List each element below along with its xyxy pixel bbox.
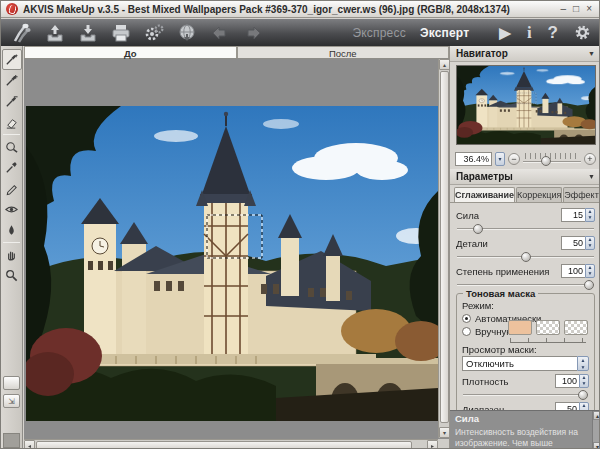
strength-spinbox[interactable]: 15 ▲▼ (561, 208, 595, 222)
spinner-arrows-icon[interactable]: ▲▼ (585, 208, 595, 222)
zoom-value-field[interactable]: 36.4% (455, 152, 492, 166)
hint-scrollbar[interactable]: ▴ ▾ (592, 411, 600, 449)
zoom-slider[interactable] (523, 152, 581, 165)
tab-correction[interactable]: Коррекция (516, 187, 562, 202)
eraser-tool-icon[interactable] (2, 112, 22, 133)
scroll-right-arrow[interactable]: ▸ (427, 440, 438, 449)
hint-scroll-down-icon[interactable]: ▾ (593, 442, 600, 449)
parameters-title: Параметры (456, 171, 513, 182)
scrollbar-corner (438, 439, 449, 449)
tab-effects[interactable]: Эффекты (563, 187, 600, 202)
help-button[interactable]: ? (548, 24, 558, 41)
about-button[interactable]: i (527, 24, 532, 41)
tool-palette: ⇲ (1, 46, 23, 449)
batch-processing-icon[interactable] (141, 21, 167, 45)
horizontal-scrollbar[interactable]: ◂ ▸ (24, 439, 438, 449)
spinner-arrows-icon[interactable]: ▲▼ (579, 374, 589, 388)
parameters-collapse-icon[interactable]: ▼ (588, 173, 595, 180)
pencil-tool-icon[interactable] (2, 178, 22, 199)
vertical-scrollbar[interactable]: ▴ ▾ (438, 59, 449, 438)
run-button[interactable]: ▶ (499, 25, 511, 40)
details-slider[interactable] (457, 251, 594, 262)
parameters-header[interactable]: Параметры ▼ (450, 169, 600, 185)
app-window: AKVIS MakeUp v.3.5 - Best Mixed Wallpape… (0, 0, 600, 449)
mask-preview-dropdown[interactable]: Отключить ▲▼ (462, 356, 589, 371)
swatch-tick-scale (510, 338, 586, 343)
open-button[interactable] (42, 21, 68, 45)
density-spinbox[interactable]: 100 ▲▼ (555, 374, 589, 388)
navigator-thumbnail[interactable] (456, 65, 596, 145)
zoom-controls: 36.4% ▾ − + (450, 148, 600, 169)
hint-panel: Сила Интенсивность воздействия на изобра… (450, 410, 600, 449)
preferences-button[interactable] (574, 24, 591, 41)
zoom-slider-ticks (525, 153, 579, 159)
hint-title: Сила (455, 413, 588, 424)
view-tab-bar: До После (24, 46, 449, 59)
settings-panel: Навигатор ▼ 36.4% ▾ − + Параметры ▼ Сгла… (449, 46, 600, 449)
mode-label: Режим: (462, 300, 589, 311)
effect-brush-tool-icon[interactable] (2, 49, 22, 70)
title-bar: AKVIS MakeUp v.3.5 - Best Mixed Wallpape… (1, 1, 599, 18)
eyedropper-tool-icon[interactable] (2, 157, 22, 178)
publish-button[interactable] (174, 21, 200, 45)
image-viewport[interactable] (24, 59, 438, 438)
print-button[interactable] (108, 21, 134, 45)
amount-slider-thumb[interactable] (584, 280, 594, 290)
add-brush-tool-icon[interactable] (2, 70, 22, 91)
zoom-tool-icon[interactable] (2, 265, 22, 286)
spinner-arrows-icon[interactable]: ▲▼ (585, 264, 595, 278)
save-button[interactable] (75, 21, 101, 45)
quick-preview-button[interactable] (3, 376, 20, 390)
tab-smoothing[interactable]: Сглаживание (454, 187, 515, 202)
empty-swatch[interactable] (536, 320, 560, 335)
dropdown-arrows-icon[interactable]: ▲▼ (577, 356, 589, 371)
density-slider-thumb[interactable] (578, 390, 588, 400)
hint-text: Интенсивность воздействия на изображение… (455, 427, 588, 449)
navigator-title: Навигатор (456, 48, 508, 59)
details-slider-thumb[interactable] (521, 252, 531, 262)
scroll-left-arrow[interactable]: ◂ (24, 440, 35, 449)
strength-slider[interactable] (457, 223, 594, 234)
amount-spinbox[interactable]: 100 ▲▼ (561, 264, 595, 278)
navigator-header[interactable]: Навигатор ▼ (450, 46, 600, 62)
radio-manual-icon[interactable] (462, 327, 471, 336)
navigator-collapse-icon[interactable]: ▼ (588, 50, 595, 57)
skin-tone-swatch[interactable] (508, 320, 532, 335)
smudge-tool-icon[interactable] (2, 136, 22, 157)
castle-photo[interactable] (26, 106, 438, 421)
details-spinbox[interactable]: 50 ▲▼ (561, 236, 595, 250)
close-button[interactable]: × (586, 4, 592, 14)
empty-swatch[interactable] (564, 320, 588, 335)
hand-tool-icon[interactable] (2, 244, 22, 265)
maximize-button[interactable]: □ (573, 4, 579, 14)
radio-auto-icon[interactable] (462, 314, 471, 323)
density-slider[interactable] (463, 389, 588, 400)
zoom-slider-thumb[interactable] (541, 156, 551, 166)
fit-image-button[interactable]: ⇲ (3, 394, 20, 408)
horizontal-scroll-thumb[interactable] (36, 441, 412, 449)
zoom-out-button[interactable]: − (508, 153, 520, 165)
expert-mode-button[interactable]: Эксперт (420, 26, 469, 40)
zoom-in-button[interactable]: + (584, 153, 596, 165)
parameters-tab-bar: Сглаживание Коррекция Эффекты (450, 185, 600, 203)
express-mode-button[interactable]: Экспресс (352, 26, 405, 40)
undo-button[interactable] (207, 21, 233, 45)
blur-drop-tool-icon[interactable] (2, 220, 22, 241)
main-toolbar: Экспресс Эксперт ▶ i ? (1, 19, 599, 46)
spinner-arrows-icon[interactable]: ▲▼ (585, 236, 595, 250)
show-result-eye-icon[interactable] (2, 199, 22, 220)
app-logo-icon (6, 3, 18, 15)
image-workspace: До После ▴ ▾ ◂ ▸ (24, 46, 449, 449)
minimize-button[interactable]: – (561, 4, 567, 14)
makeup-logo-icon (9, 21, 35, 45)
zoom-dropdown-icon[interactable]: ▾ (495, 152, 505, 166)
strength-slider-thumb[interactable] (473, 224, 483, 234)
hint-scroll-up-icon[interactable]: ▴ (593, 411, 600, 420)
redo-button[interactable] (240, 21, 266, 45)
tab-after[interactable]: После (237, 46, 450, 58)
zoom-slider-groove (523, 161, 581, 163)
tab-before[interactable]: До (24, 46, 237, 58)
strength-label: Сила (456, 210, 479, 221)
subtract-brush-tool-icon[interactable] (2, 91, 22, 112)
vertical-scroll-thumb[interactable] (440, 71, 449, 423)
